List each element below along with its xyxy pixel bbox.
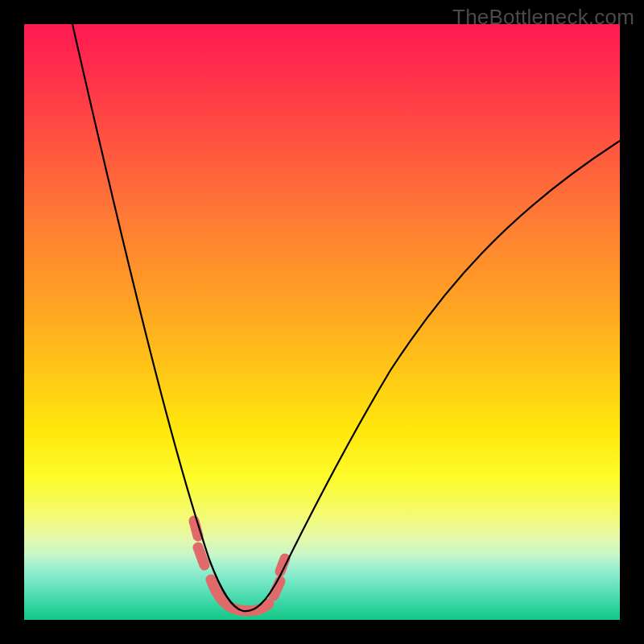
curve-layer bbox=[24, 24, 620, 620]
bottleneck-curve bbox=[72, 24, 620, 611]
watermark-text: TheBottleneck.com bbox=[452, 5, 634, 30]
plot-frame bbox=[24, 24, 620, 620]
good-range-band bbox=[194, 521, 285, 611]
